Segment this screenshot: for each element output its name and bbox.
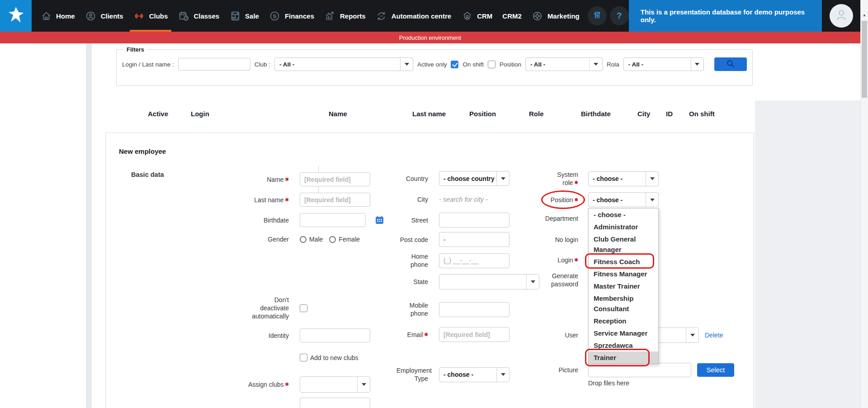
- assign-clubs-label: Assign clubs: [248, 381, 284, 388]
- filters-legend: Filters: [124, 46, 147, 53]
- help-button[interactable]: ?: [610, 6, 629, 25]
- dropdown-option-master-trainer[interactable]: Master Trainer: [589, 280, 658, 292]
- vertical-scrollbar[interactable]: ▲: [860, 0, 868, 408]
- on-shift-checkbox[interactable]: [488, 61, 495, 68]
- position-row: Position✱ - choose -: [540, 192, 659, 207]
- nav-item-finances[interactable]: S Finances: [264, 0, 319, 32]
- col-header-last-name[interactable]: Last name: [412, 110, 446, 118]
- nav-item-home[interactable]: Home: [35, 0, 80, 32]
- birthdate-row: Birthdate: [247, 213, 384, 227]
- col-header-position[interactable]: Position: [469, 110, 496, 118]
- position-filter-select[interactable]: - All -: [525, 57, 603, 71]
- col-header-on-shift[interactable]: On shift: [689, 110, 715, 118]
- user-menu[interactable]: [822, 0, 860, 32]
- country-select[interactable]: - choose country: [439, 171, 509, 186]
- col-header-login[interactable]: Login: [191, 110, 209, 118]
- login-last-name-input[interactable]: [178, 58, 250, 71]
- sliders-icon: [592, 10, 602, 22]
- position-select[interactable]: - choose -: [588, 192, 659, 207]
- dropdown-option-fitness-manager[interactable]: Fitness Manager: [589, 268, 658, 280]
- dropdown-option-membership-consultant[interactable]: Membership Consultant: [589, 292, 658, 315]
- add-to-new-clubs-checkbox[interactable]: [300, 354, 307, 361]
- nav-item-classes[interactable]: Classes: [173, 0, 224, 32]
- last-name-input[interactable]: [300, 193, 370, 207]
- scroll-up-icon[interactable]: ▲: [861, 13, 868, 17]
- environment-banner-text: Production environment: [399, 34, 461, 41]
- col-header-id[interactable]: ID: [666, 110, 673, 118]
- male-label: Male: [309, 236, 323, 243]
- dropdown-option-fitness-coach[interactable]: Fitness Coach: [589, 256, 658, 268]
- email-input[interactable]: [439, 327, 509, 342]
- gender-female-radio[interactable]: [329, 236, 336, 243]
- left-gutter: [86, 43, 92, 408]
- assign-clubs-select[interactable]: [300, 376, 370, 393]
- last-name-row: Last name✱: [247, 193, 370, 207]
- nav-item-clubs[interactable]: Clubs: [128, 0, 173, 32]
- home-icon: [40, 10, 52, 22]
- col-header-role[interactable]: Role: [529, 110, 544, 118]
- drop-files-hint: Drop files here: [588, 380, 629, 387]
- login-row: Login✱: [540, 253, 588, 267]
- col-header-city[interactable]: City: [637, 110, 650, 118]
- state-row: State: [396, 274, 539, 289]
- employment-type-select[interactable]: - choose -: [439, 367, 509, 382]
- col-header-name[interactable]: Name: [329, 110, 347, 118]
- clipped-bottom-input[interactable]: [300, 398, 370, 408]
- dropdown-option-administrator[interactable]: Administrator: [589, 221, 658, 233]
- system-role-select[interactable]: - choose -: [588, 171, 659, 186]
- app-logo[interactable]: [0, 0, 32, 32]
- delete-user-link[interactable]: Delete: [705, 332, 723, 339]
- picture-row: Picture Select: [540, 363, 734, 377]
- chevron-down-icon: [357, 377, 370, 392]
- state-label: State: [396, 278, 428, 286]
- nav-item-marketing[interactable]: Marketing: [527, 0, 585, 32]
- nav-item-crm[interactable]: CRM: [456, 0, 497, 32]
- email-label: Email: [407, 331, 423, 338]
- card-title: New employee: [119, 147, 166, 155]
- top-navigation: Home Clients Clubs Classes: [0, 0, 860, 32]
- nav-item-sale[interactable]: Sale: [224, 0, 264, 32]
- dropdown-option-sprzedawca[interactable]: Sprzedawca: [589, 339, 658, 351]
- dropdown-option-service-manager[interactable]: Service Manager: [589, 327, 658, 339]
- gender-male-radio[interactable]: [300, 236, 307, 243]
- nav-item-automation-centre[interactable]: Automation centre: [371, 0, 457, 32]
- post-code-input[interactable]: [439, 232, 509, 247]
- street-input[interactable]: [439, 213, 509, 228]
- mobile-phone-label: Mobile phone: [396, 301, 428, 318]
- name-input[interactable]: [300, 172, 370, 186]
- dropdown-option-reception[interactable]: Reception: [589, 315, 658, 327]
- col-header-active[interactable]: Active: [148, 110, 168, 118]
- search-button[interactable]: [714, 57, 747, 71]
- avatar[interactable]: [830, 4, 853, 28]
- street-row: Street: [396, 213, 509, 228]
- dropdown-option-trainer[interactable]: Trainer: [589, 351, 658, 364]
- position-label: Position: [551, 196, 573, 204]
- dropdown-option-choose[interactable]: - choose -: [589, 209, 658, 221]
- add-to-new-clubs-row: Add to new clubs: [300, 354, 359, 361]
- dropdown-option-club-general-manager[interactable]: Club General Manager: [589, 233, 658, 256]
- mobile-phone-input[interactable]: [439, 302, 509, 317]
- post-code-label: Post code: [396, 236, 428, 244]
- state-select[interactable]: [439, 274, 539, 289]
- nav-label: Sale: [245, 12, 259, 20]
- nav-label: Classes: [193, 12, 219, 20]
- col-header-birthdate[interactable]: Birthdate: [581, 110, 611, 118]
- role-filter-select[interactable]: - All -: [623, 57, 704, 71]
- select-picture-button[interactable]: Select: [697, 363, 734, 377]
- nav-item-crm2[interactable]: CRM2: [497, 0, 527, 32]
- club-select[interactable]: - All -: [274, 57, 413, 71]
- birthdate-input[interactable]: [300, 213, 366, 227]
- nav-item-reports[interactable]: Reports: [319, 0, 371, 32]
- nav-item-clients[interactable]: Clients: [80, 0, 128, 32]
- mobile-phone-row: Mobile phone: [396, 301, 509, 318]
- add-to-new-clubs-label: Add to new clubs: [310, 354, 359, 361]
- home-phone-input[interactable]: [439, 253, 509, 268]
- picture-filename-input[interactable]: [588, 363, 691, 377]
- settings-sliders-button[interactable]: [588, 6, 607, 25]
- dont-deactivate-checkbox[interactable]: [300, 304, 307, 312]
- city-search-input[interactable]: [439, 194, 516, 205]
- identity-input[interactable]: [300, 328, 370, 342]
- calendar-icon[interactable]: [375, 216, 384, 224]
- active-only-checkbox[interactable]: [451, 61, 458, 68]
- scrollbar-thumb[interactable]: [862, 21, 867, 98]
